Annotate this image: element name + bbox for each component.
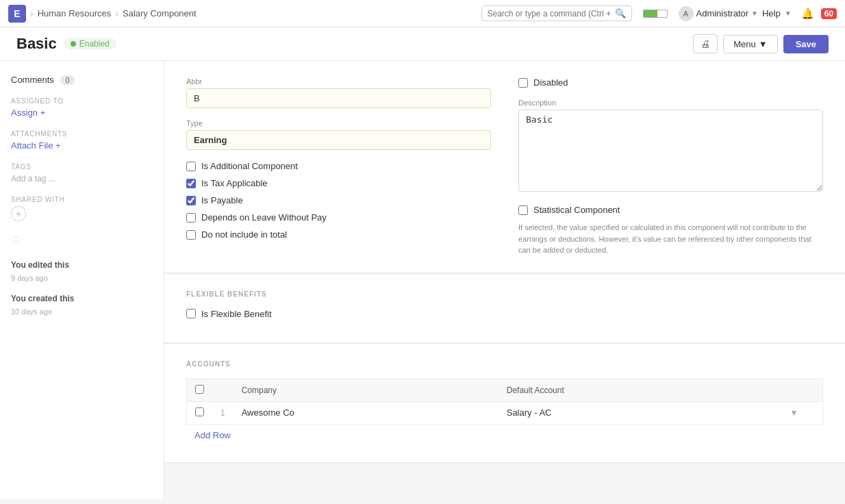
avatar: A bbox=[679, 6, 694, 21]
do-not-include-label[interactable]: Do not include in total bbox=[201, 229, 287, 240]
status-label: Enabled bbox=[79, 39, 110, 49]
status-badge: Enabled bbox=[64, 38, 116, 50]
form-row-main: Abbr Type Is Additional Component Is Tax… bbox=[186, 77, 823, 256]
activity-edited: You edited this bbox=[11, 259, 153, 271]
like-icon[interactable]: ♡ bbox=[11, 234, 21, 246]
breadcrumb-human-resources[interactable]: Human Resources bbox=[38, 8, 112, 18]
help-caret-icon: ▼ bbox=[785, 10, 792, 17]
activity-created: You created this bbox=[11, 292, 153, 305]
breadcrumb-sep1: › bbox=[30, 8, 34, 19]
shared-with-row: + bbox=[11, 206, 153, 221]
assign-button[interactable]: Assign + bbox=[11, 108, 153, 118]
add-row-button[interactable]: Add Row bbox=[186, 425, 239, 446]
sidebar: Comments 0 ASSIGNED TO Assign + ATTACHME… bbox=[0, 61, 164, 499]
is-tax-row: Is Tax Applicable bbox=[186, 178, 491, 188]
page-title: Basic bbox=[16, 35, 57, 53]
is-flexible-row: Is Flexible Benefit bbox=[186, 309, 823, 319]
shared-with-label: SHARED WITH bbox=[11, 196, 153, 203]
type-label: Type bbox=[186, 119, 491, 127]
assigned-to-section: ASSIGNED TO Assign + bbox=[11, 97, 153, 118]
col-header-default-account: Default Account bbox=[499, 379, 782, 401]
abbr-input[interactable] bbox=[186, 88, 491, 108]
comments-label: Comments bbox=[11, 75, 54, 85]
is-tax-label[interactable]: Is Tax Applicable bbox=[201, 178, 268, 188]
is-flexible-label[interactable]: Is Flexible Benefit bbox=[201, 309, 272, 319]
attachments-label: ATTACHMENTS bbox=[11, 130, 153, 138]
breadcrumb-salary-component[interactable]: Salary Component bbox=[123, 8, 197, 18]
row-company-cell[interactable]: Awesome Co bbox=[234, 401, 499, 424]
accounts-title: ACCOUNTS bbox=[186, 360, 823, 368]
statistical-label[interactable]: Statistical Component bbox=[533, 205, 620, 215]
type-group: Type bbox=[186, 119, 491, 150]
is-payable-label[interactable]: Is Payable bbox=[201, 195, 243, 205]
page-header: Basic Enabled 🖨 Menu ▼ Save bbox=[0, 27, 845, 61]
attachments-section: ATTACHMENTS Attach File + bbox=[11, 130, 153, 151]
depends-leave-checkbox[interactable] bbox=[186, 213, 196, 223]
like-section: ♡ bbox=[11, 234, 153, 247]
row-dropdown-icon[interactable]: ▼ bbox=[790, 408, 798, 418]
attach-file-button[interactable]: Attach File + bbox=[11, 140, 153, 151]
row-number: 1 bbox=[212, 401, 234, 424]
disabled-checkbox[interactable] bbox=[518, 78, 528, 88]
activity-section: You edited this 9 days ago You created t… bbox=[11, 259, 153, 316]
is-flexible-checkbox[interactable] bbox=[186, 309, 196, 318]
col-header-company: Company bbox=[234, 379, 499, 401]
row-checkbox[interactable] bbox=[195, 407, 204, 416]
app-logo[interactable]: E bbox=[8, 5, 26, 23]
breadcrumb-sep2: › bbox=[115, 8, 118, 19]
disabled-row: Disabled bbox=[518, 77, 823, 88]
statistical-note: If selected, the value specified or calc… bbox=[518, 222, 823, 256]
tags-label: TAGS bbox=[11, 163, 153, 171]
search-icon: 🔍 bbox=[615, 8, 626, 18]
col-header-num bbox=[212, 379, 234, 401]
row-account-cell[interactable]: Salary - AC bbox=[499, 401, 782, 424]
notification-bell[interactable]: 🔔 bbox=[801, 8, 814, 20]
is-additional-label[interactable]: Is Additional Component bbox=[201, 161, 298, 171]
battery-indicator bbox=[643, 10, 668, 18]
description-group: Description Basic bbox=[518, 99, 823, 194]
activity-edited-time: 9 days ago bbox=[11, 274, 153, 282]
disabled-label[interactable]: Disabled bbox=[533, 77, 568, 88]
abbr-group: Abbr bbox=[186, 77, 491, 108]
is-additional-row: Is Additional Component bbox=[186, 161, 491, 171]
accounts-section: ACCOUNTS Company Default Account bbox=[164, 344, 845, 463]
select-all-checkbox[interactable] bbox=[195, 385, 204, 394]
accounts-table-head: Company Default Account bbox=[187, 379, 823, 401]
do-not-include-row: Do not include in total bbox=[186, 229, 491, 240]
depends-leave-row: Depends on Leave Without Pay bbox=[186, 212, 491, 223]
table-row: 1 Awesome Co Salary - AC ▼ bbox=[187, 401, 823, 424]
description-input[interactable]: Basic bbox=[518, 110, 823, 192]
comments-count: 0 bbox=[60, 75, 74, 85]
header-actions: 🖨 Menu ▼ Save bbox=[693, 34, 829, 53]
search-input[interactable] bbox=[488, 9, 611, 18]
username: Administrator bbox=[696, 8, 749, 18]
col-header-action bbox=[782, 379, 823, 401]
is-additional-checkbox[interactable] bbox=[186, 162, 196, 171]
statistical-row: Statistical Component bbox=[518, 205, 823, 215]
form-col-left: Abbr Type Is Additional Component Is Tax… bbox=[186, 77, 491, 256]
shared-with-section: SHARED WITH + bbox=[11, 196, 153, 221]
form-section: Abbr Type Is Additional Component Is Tax… bbox=[164, 61, 845, 273]
row-checkbox-cell bbox=[187, 401, 213, 424]
statistical-checkbox[interactable] bbox=[518, 205, 528, 215]
status-dot bbox=[71, 41, 76, 47]
flexible-benefits-title: FLEXIBLE BENEFITS bbox=[186, 290, 823, 298]
user-menu[interactable]: A Administrator ▼ bbox=[679, 6, 758, 21]
comments-section: Comments 0 bbox=[11, 75, 153, 85]
is-tax-checkbox[interactable] bbox=[186, 179, 196, 188]
print-button[interactable]: 🖨 bbox=[693, 34, 718, 53]
add-tag[interactable]: Add a tag ... bbox=[11, 174, 55, 184]
type-input[interactable] bbox=[186, 130, 491, 150]
tags-section: TAGS Add a tag ... bbox=[11, 163, 153, 184]
search-bar[interactable]: 🔍 bbox=[481, 5, 632, 21]
content-area: Abbr Type Is Additional Component Is Tax… bbox=[164, 61, 845, 499]
depends-leave-label[interactable]: Depends on Leave Without Pay bbox=[201, 212, 327, 223]
add-shared-button[interactable]: + bbox=[11, 206, 26, 221]
help-menu[interactable]: Help bbox=[762, 8, 781, 18]
do-not-include-checkbox[interactable] bbox=[186, 230, 196, 240]
row-action-cell: ▼ bbox=[782, 401, 823, 424]
accounts-table: Company Default Account 1 Awesome Co Sal… bbox=[186, 379, 823, 425]
save-button[interactable]: Save bbox=[783, 35, 829, 53]
menu-button[interactable]: Menu ▼ bbox=[723, 35, 777, 53]
is-payable-checkbox[interactable] bbox=[186, 196, 196, 205]
